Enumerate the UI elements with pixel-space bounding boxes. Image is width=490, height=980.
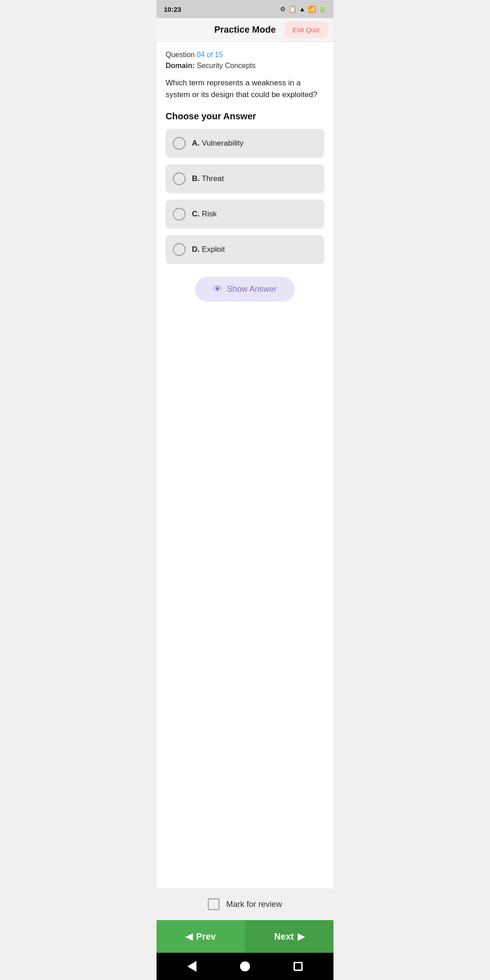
battery-icon: 🔋 [318, 5, 326, 13]
option-b-radio[interactable] [173, 172, 186, 185]
show-answer-button[interactable]: 👁 Show Answer [195, 277, 294, 302]
exit-quiz-button[interactable]: Exit Quiz [284, 21, 328, 38]
clipboard-icon: 📋 [289, 5, 296, 13]
android-nav-bar [157, 953, 333, 980]
option-a[interactable]: A. Vulnerability [166, 129, 324, 158]
domain-label: Domain: [166, 62, 195, 69]
option-b[interactable]: B. Threat [166, 164, 324, 193]
question-number: Question 04 of 15 [166, 51, 324, 59]
question-meta: Question 04 of 15 Domain: Security Conce… [166, 51, 324, 70]
settings-icon: ⚙ [280, 5, 286, 13]
home-button-icon[interactable] [240, 961, 250, 971]
domain-text: Domain: Security Concepts [166, 62, 324, 70]
signal-icon: 📶 [308, 5, 316, 13]
option-a-radio[interactable] [173, 137, 186, 150]
option-b-label: B. Threat [192, 174, 224, 183]
main-content: Question 04 of 15 Domain: Security Conce… [157, 42, 333, 600]
prev-arrow-icon: ◀ [186, 931, 192, 942]
mark-review-checkbox[interactable] [208, 898, 220, 910]
mark-review-container: Mark for review [157, 888, 333, 920]
recent-apps-icon[interactable] [294, 962, 303, 971]
wifi-icon: ▲ [299, 5, 305, 13]
options-list: A. Vulnerability B. Threat C. Risk D. Ex… [166, 129, 324, 264]
prev-label: Prev [196, 931, 216, 942]
option-d-label: D. Exploit [192, 245, 225, 254]
eye-icon: 👁 [213, 284, 222, 294]
option-d[interactable]: D. Exploit [166, 235, 324, 264]
question-text: Which term represents a weakness in a sy… [166, 77, 324, 100]
question-number-link[interactable]: 04 of 15 [196, 51, 223, 59]
nav-buttons: ◀ Prev Next ▶ [157, 920, 333, 953]
mark-review-label: Mark for review [226, 900, 282, 909]
option-a-label: A. Vulnerability [192, 139, 244, 148]
header: Practice Mode Exit Quiz [157, 18, 333, 42]
option-c-radio[interactable] [173, 208, 186, 220]
question-number-label: Question [166, 51, 196, 59]
next-arrow-icon: ▶ [298, 931, 304, 942]
show-answer-container: 👁 Show Answer [166, 277, 324, 302]
next-label: Next [274, 931, 294, 942]
option-c[interactable]: C. Risk [166, 200, 324, 229]
option-d-radio[interactable] [173, 243, 186, 256]
content-spacer [157, 600, 333, 889]
choose-answer-label: Choose your Answer [166, 111, 324, 122]
back-button-icon[interactable] [187, 961, 196, 972]
domain-value: Security Concepts [196, 62, 255, 69]
show-answer-label: Show Answer [227, 284, 276, 294]
header-title: Practice Mode [214, 24, 276, 35]
prev-button[interactable]: ◀ Prev [157, 920, 245, 953]
status-icons: ⚙ 📋 ▲ 📶 🔋 [280, 5, 326, 13]
next-button[interactable]: Next ▶ [245, 920, 333, 953]
status-bar: 10:23 ⚙ 📋 ▲ 📶 🔋 [157, 0, 333, 18]
bottom-section: Mark for review ◀ Prev Next ▶ [157, 888, 333, 953]
status-time: 10:23 [164, 5, 181, 13]
option-c-label: C. Risk [192, 210, 217, 219]
